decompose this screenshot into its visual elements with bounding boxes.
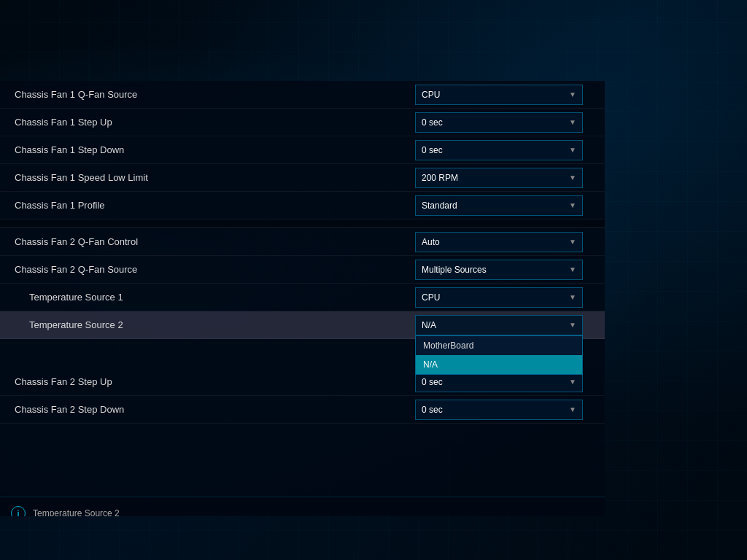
popup-option-motherboard[interactable]: MotherBoard: [416, 336, 582, 355]
value-chassis-fan2-source: Multiple Sources ▼: [415, 260, 590, 280]
label-chassis-fan1-stepdown: Chassis Fan 1 Step Down: [15, 144, 415, 155]
value-chassis-fan1-lowlimit: 200 RPM ▼: [415, 168, 590, 188]
setting-chassis-fan1-profile: Chassis Fan 1 Profile Standard ▼: [0, 192, 605, 219]
dropdown-chassis-fan2-source[interactable]: Multiple Sources ▼: [415, 260, 583, 280]
value-chassis-fan1-stepup: 0 sec ▼: [415, 112, 590, 133]
value-chassis-fan1-profile: Standard ▼: [415, 195, 590, 216]
label-chassis-fan2-stepdown: Chassis Fan 2 Step Down: [15, 404, 415, 415]
dropdown-chassis-fan2-stepup[interactable]: 0 sec ▼: [415, 372, 583, 392]
dropdown-popup-temp-source2: MotherBoard N/A: [415, 335, 583, 375]
dropdown-chassis-fan1-profile[interactable]: Standard ▼: [415, 195, 583, 216]
settings-table: Chassis Fan 1 Q-Fan Source CPU ▼ Chassis…: [0, 81, 605, 424]
label-chassis-fan2-control: Chassis Fan 2 Q-Fan Control: [15, 236, 415, 247]
dropdown-chassis-fan2-control[interactable]: Auto ▼: [415, 232, 583, 252]
value-chassis-fan1-stepdown: 0 sec ▼: [415, 140, 590, 160]
setting-chassis-fan2-control: Chassis Fan 2 Q-Fan Control Auto ▼: [0, 228, 605, 256]
divider: [0, 219, 605, 228]
dropdown-temp-source2[interactable]: N/A ▼: [415, 315, 583, 335]
label-chassis-fan1-profile: Chassis Fan 1 Profile: [15, 200, 415, 211]
setting-temp-source2: Temperature Source 2 N/A ▼ MotherBoard N…: [0, 311, 605, 339]
info-text: Temperature Source 2: [33, 508, 120, 516]
popup-option-na[interactable]: N/A: [416, 355, 582, 374]
value-temp-source1: CPU ▼: [415, 287, 590, 308]
main-panel: Chassis Fan 1 Q-Fan Source CPU ▼ Chassis…: [0, 81, 605, 516]
label-chassis-fan2-source: Chassis Fan 2 Q-Fan Source: [15, 264, 415, 275]
label-temp-source1: Temperature Source 1: [15, 292, 415, 303]
chevron-down-icon: ▼: [569, 90, 576, 98]
value-chassis-fan2-stepup: 0 sec ▼: [415, 372, 590, 392]
label-chassis-fan2-stepup: Chassis Fan 2 Step Up: [15, 376, 415, 387]
settings-container: Chassis Fan 1 Q-Fan Source CPU ▼ Chassis…: [0, 81, 605, 516]
label-chassis-fan1-source: Chassis Fan 1 Q-Fan Source: [15, 89, 415, 100]
dropdown-chassis-fan1-stepup[interactable]: 0 sec ▼: [415, 112, 583, 133]
setting-chassis-fan2-stepdown: Chassis Fan 2 Step Down 0 sec ▼: [0, 396, 605, 424]
dropdown-chassis-fan1-source[interactable]: CPU ▼: [415, 85, 583, 105]
value-chassis-fan2-stepdown: 0 sec ▼: [415, 400, 590, 420]
label-chassis-fan1-lowlimit: Chassis Fan 1 Speed Low Limit: [15, 172, 415, 183]
chevron-down-icon: ▼: [569, 201, 576, 209]
chevron-down-icon: ▼: [569, 146, 576, 154]
value-chassis-fan1-source: CPU ▼: [415, 85, 590, 105]
chevron-down-icon: ▼: [569, 405, 576, 413]
chevron-down-icon: ▼: [569, 118, 576, 126]
chevron-down-icon: ▼: [569, 238, 576, 246]
dropdown-temp-source1[interactable]: CPU ▼: [415, 287, 583, 308]
dropdown-chassis-fan1-lowlimit[interactable]: 200 RPM ▼: [415, 168, 583, 188]
info-bar: i Temperature Source 2: [0, 497, 605, 516]
value-chassis-fan2-control: Auto ▼: [415, 232, 590, 252]
setting-chassis-fan1-lowlimit: Chassis Fan 1 Speed Low Limit 200 RPM ▼: [0, 164, 605, 192]
chevron-down-icon: ▼: [569, 265, 576, 273]
label-chassis-fan1-stepup: Chassis Fan 1 Step Up: [15, 117, 415, 128]
setting-chassis-fan1-stepdown: Chassis Fan 1 Step Down 0 sec ▼: [0, 136, 605, 164]
dropdown-chassis-fan2-stepdown[interactable]: 0 sec ▼: [415, 400, 583, 420]
setting-chassis-fan1-source: Chassis Fan 1 Q-Fan Source CPU ▼: [0, 81, 605, 109]
label-temp-source2: Temperature Source 2: [15, 319, 415, 330]
chevron-down-icon: ▼: [569, 321, 576, 329]
chevron-down-icon: ▼: [569, 293, 576, 301]
setting-temp-source1: Temperature Source 1 CPU ▼: [0, 284, 605, 311]
info-icon: i: [11, 506, 26, 516]
dropdown-chassis-fan1-stepdown[interactable]: 0 sec ▼: [415, 140, 583, 160]
setting-chassis-fan2-source: Chassis Fan 2 Q-Fan Source Multiple Sour…: [0, 256, 605, 284]
setting-chassis-fan1-stepup: Chassis Fan 1 Step Up 0 sec ▼: [0, 109, 605, 136]
chevron-down-icon: ▼: [569, 174, 576, 182]
chevron-down-icon: ▼: [569, 378, 576, 386]
value-temp-source2: N/A ▼ MotherBoard N/A: [415, 315, 590, 335]
